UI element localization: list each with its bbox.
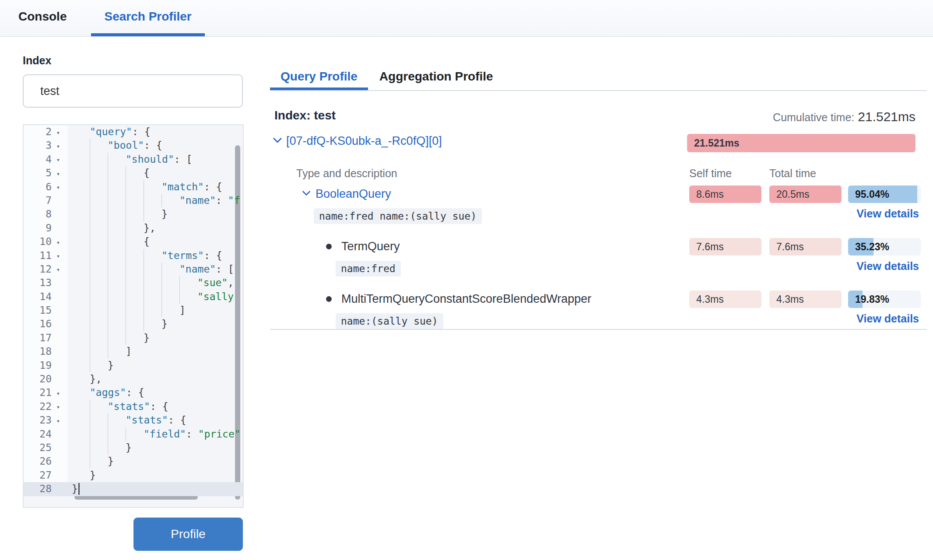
code-token: } bbox=[90, 469, 96, 482]
line-number: 27 bbox=[24, 469, 52, 482]
code-token: : bbox=[186, 427, 198, 441]
view-details-link[interactable]: View details bbox=[856, 312, 919, 325]
indent-spacer bbox=[72, 441, 90, 455]
code-line: "bool": { bbox=[67, 139, 243, 152]
editor-line-27[interactable]: 27} bbox=[24, 469, 243, 482]
lucene-description: name:fred bbox=[336, 261, 401, 276]
indent-guide bbox=[90, 153, 108, 166]
indent-guide bbox=[90, 413, 108, 427]
fold-spacer bbox=[52, 282, 65, 284]
editor-line-12[interactable]: 12▾"name": [ bbox=[24, 262, 243, 276]
editor-line-24[interactable]: 24"field": "price" bbox=[24, 427, 243, 441]
index-heading: Index: test bbox=[274, 108, 336, 122]
code-token: "name" bbox=[179, 194, 216, 207]
indent-guide bbox=[144, 304, 161, 317]
tab-aggregation-profile[interactable]: Aggregation Profile bbox=[379, 66, 494, 90]
code-token: : bbox=[174, 153, 186, 166]
editor-line-17[interactable]: 17} bbox=[24, 331, 243, 345]
shard-id-link[interactable]: [07-dfQ-KS0ubk-a_-Rc0fQ][0] bbox=[286, 134, 442, 148]
chevron-down-icon[interactable] bbox=[271, 134, 284, 148]
editor-line-21[interactable]: 21▾"aggs": { bbox=[24, 386, 243, 399]
editor-line-8[interactable]: 8} bbox=[24, 207, 243, 221]
triangle-down-icon[interactable]: ▾ bbox=[52, 399, 65, 414]
editor-line-28[interactable]: 28} bbox=[24, 482, 243, 496]
editor-line-19[interactable]: 19} bbox=[24, 359, 243, 372]
line-number: 17 bbox=[24, 331, 52, 345]
editor-line-2[interactable]: 2▾"query": { bbox=[24, 125, 243, 139]
indent-spacer bbox=[72, 153, 90, 166]
query-profile-rows: BooleanQuery name:fred name:(sally sue) … bbox=[270, 180, 921, 338]
triangle-down-icon[interactable]: ▾ bbox=[52, 234, 65, 249]
triangle-down-icon[interactable]: ▾ bbox=[52, 413, 65, 428]
editor-line-15[interactable]: 15] bbox=[24, 304, 243, 317]
triangle-down-icon[interactable]: ▾ bbox=[52, 385, 65, 400]
view-details-link[interactable]: View details bbox=[856, 207, 919, 220]
triangle-down-icon[interactable]: ▾ bbox=[52, 179, 65, 194]
editor-line-22[interactable]: 22▾"stats": { bbox=[24, 400, 243, 413]
editor-line-10[interactable]: 10▾{ bbox=[24, 235, 243, 248]
triangle-down-icon[interactable]: ▾ bbox=[52, 125, 65, 140]
editor-line-26[interactable]: 26} bbox=[24, 455, 243, 468]
triangle-down-icon[interactable]: ▾ bbox=[52, 138, 65, 153]
code-token: , bbox=[228, 276, 234, 290]
editor-line-18[interactable]: 18] bbox=[24, 345, 243, 358]
column-header-total-time: Total time bbox=[769, 167, 816, 180]
editor-line-23[interactable]: 23▾"stats": { bbox=[24, 413, 243, 427]
indent-guide bbox=[126, 249, 144, 262]
chevron-down-icon[interactable] bbox=[301, 187, 312, 200]
code-line: "terms": { bbox=[67, 249, 243, 262]
tab-search-profiler[interactable]: Search Profiler bbox=[91, 0, 204, 36]
triangle-down-icon[interactable]: ▾ bbox=[52, 152, 65, 167]
triangle-down-icon[interactable]: ▾ bbox=[52, 262, 65, 276]
indent-guide bbox=[126, 207, 144, 221]
indent-guide bbox=[161, 262, 179, 276]
indent-guide bbox=[161, 290, 179, 304]
editor-line-7[interactable]: 7"name": "f bbox=[24, 194, 243, 207]
editor-line-14[interactable]: 14"sally bbox=[24, 290, 243, 304]
bullet-icon bbox=[326, 244, 332, 249]
editor-line-3[interactable]: 3▾"bool": { bbox=[24, 139, 243, 152]
editor-line-11[interactable]: 11▾"terms": { bbox=[24, 249, 243, 262]
code-token: { bbox=[156, 139, 162, 152]
code-token: } bbox=[161, 207, 168, 221]
line-number: 16 bbox=[24, 317, 52, 331]
tab-console[interactable]: Console bbox=[5, 0, 80, 36]
editor-line-4[interactable]: 4▾"should": [ bbox=[24, 153, 243, 166]
editor-line-25[interactable]: 25} bbox=[24, 441, 243, 455]
line-number: 19 bbox=[24, 359, 52, 372]
editor-line-13[interactable]: 13"sue", bbox=[24, 276, 243, 290]
triangle-down-icon[interactable]: ▾ bbox=[52, 166, 65, 181]
code-token: { bbox=[216, 180, 222, 194]
editor-line-5[interactable]: 5▾{ bbox=[24, 166, 243, 180]
line-number: 6 bbox=[24, 180, 52, 194]
query-code-editor[interactable]: 2▾"query": {3▾"bool": {4▾"should": [5▾{6… bbox=[23, 124, 244, 508]
code-token: [ bbox=[228, 262, 234, 276]
indent-spacer bbox=[72, 317, 90, 331]
query-type-link[interactable]: BooleanQuery bbox=[316, 187, 391, 201]
indent-guide bbox=[90, 207, 108, 221]
index-input[interactable] bbox=[23, 74, 243, 108]
view-details-link[interactable]: View details bbox=[856, 260, 919, 273]
indent-guide bbox=[90, 139, 108, 152]
editor-line-16[interactable]: 16} bbox=[24, 317, 243, 331]
tab-query-profile[interactable]: Query Profile bbox=[270, 66, 368, 90]
editor-line-6[interactable]: 6▾"match": { bbox=[24, 180, 243, 194]
code-token: }, bbox=[144, 221, 156, 235]
editor-gutter-cell: 3▾ bbox=[24, 139, 67, 152]
indent-guide bbox=[90, 400, 108, 413]
code-token: }, bbox=[90, 372, 102, 386]
fold-spacer bbox=[52, 337, 65, 339]
profile-button[interactable]: Profile bbox=[133, 518, 243, 551]
line-number: 15 bbox=[24, 304, 52, 317]
editor-line-20[interactable]: 20}, bbox=[24, 372, 243, 386]
code-token: { bbox=[180, 413, 186, 427]
indent-guide bbox=[108, 235, 126, 248]
triangle-down-icon[interactable]: ▾ bbox=[52, 248, 65, 263]
code-line: "match": { bbox=[67, 180, 243, 194]
fold-spacer bbox=[52, 447, 65, 448]
indent-guide bbox=[108, 153, 126, 166]
editor-line-9[interactable]: 9}, bbox=[24, 221, 243, 235]
self-time-badge: 7.6ms bbox=[689, 238, 761, 256]
editor-gutter-cell: 22▾ bbox=[24, 400, 67, 413]
shard-row[interactable]: [07-dfQ-KS0ubk-a_-Rc0fQ][0] bbox=[271, 134, 442, 148]
